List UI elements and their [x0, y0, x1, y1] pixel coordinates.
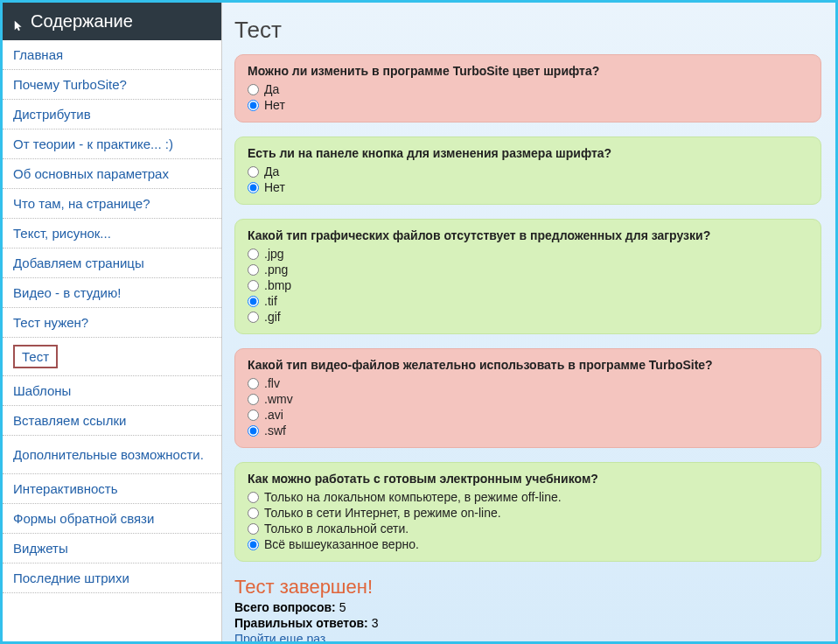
result-block: Тест завершен! Всего вопросов: 5 Правиль…: [234, 576, 821, 641]
sidebar-title: Содержание: [31, 11, 133, 32]
option-radio[interactable]: [248, 492, 259, 503]
sidebar-header: Содержание: [3, 3, 221, 40]
option-4-2[interactable]: Только в локальной сети.: [248, 521, 808, 536]
option-1-1[interactable]: Нет: [248, 179, 808, 195]
option-radio[interactable]: [248, 508, 259, 519]
option-label: .bmp: [264, 278, 291, 292]
sidebar-item-16[interactable]: Виджеты: [3, 534, 221, 564]
option-radio[interactable]: [248, 410, 259, 421]
option-radio[interactable]: [248, 280, 259, 291]
option-0-0[interactable]: Да: [248, 81, 808, 97]
sidebar-item-2[interactable]: Дистрибутив: [3, 100, 221, 130]
question-text: Какой тип видео-файлов желательно исполь…: [248, 358, 808, 372]
option-label: .gif: [264, 310, 281, 324]
option-radio[interactable]: [248, 296, 259, 307]
option-radio[interactable]: [248, 166, 259, 178]
sidebar-item-8[interactable]: Видео - в студию!: [3, 278, 221, 308]
option-radio[interactable]: [248, 523, 259, 535]
option-label: .wmv: [264, 392, 293, 406]
sidebar-item-12[interactable]: Вставляем ссылки: [3, 406, 221, 436]
sidebar-item-9[interactable]: Тест нужен?: [3, 308, 221, 338]
option-radio[interactable]: [248, 100, 259, 111]
option-2-3[interactable]: .tif: [248, 293, 808, 309]
sidebar-item-3[interactable]: От теории - к практике... :): [3, 130, 221, 159]
questions-container: Можно ли изменить в программе TurboSite …: [234, 54, 821, 562]
option-radio[interactable]: [248, 378, 259, 389]
option-radio[interactable]: [248, 394, 259, 405]
option-label: .avi: [264, 408, 283, 422]
option-label: .swf: [264, 424, 286, 438]
page-title: Тест: [234, 17, 821, 44]
option-radio[interactable]: [248, 425, 259, 437]
question-text: Есть ли на панеле кнопка для изменения р…: [248, 146, 808, 160]
retry-link[interactable]: Пройти еще раз: [234, 632, 325, 641]
option-3-2[interactable]: .avi: [248, 407, 808, 423]
question-card-1: Есть ли на панеле кнопка для изменения р…: [234, 136, 821, 205]
option-label: Нет: [264, 98, 285, 112]
sidebar-item-label: Тест: [13, 345, 58, 368]
option-radio[interactable]: [248, 248, 259, 260]
sidebar-list: ГлавнаяПочему TurboSite?ДистрибутивОт те…: [3, 40, 221, 593]
option-radio[interactable]: [248, 182, 259, 193]
option-4-0[interactable]: Только на локальном компьютере, в режиме…: [248, 489, 808, 505]
sidebar-item-0[interactable]: Главная: [3, 40, 221, 70]
sidebar-item-5[interactable]: Что там, на странице?: [3, 189, 221, 219]
option-3-0[interactable]: .flv: [248, 375, 808, 391]
option-2-1[interactable]: .png: [248, 262, 808, 277]
option-label: Да: [264, 164, 279, 178]
option-2-0[interactable]: .jpg: [248, 246, 808, 262]
option-label: .jpg: [264, 247, 284, 261]
option-3-1[interactable]: .wmv: [248, 391, 808, 407]
option-label: Нет: [264, 180, 285, 194]
question-card-2: Какой тип графических файлов отсутствует…: [234, 219, 821, 334]
option-2-2[interactable]: .bmp: [248, 277, 808, 293]
question-text: Какой тип графических файлов отсутствует…: [248, 228, 808, 242]
option-radio[interactable]: [248, 84, 259, 95]
sidebar-item-4[interactable]: Об основных параметрах: [3, 159, 221, 189]
option-radio[interactable]: [248, 264, 259, 276]
option-label: Только на локальном компьютере, в режиме…: [264, 490, 562, 504]
sidebar: Содержание ГлавнаяПочему TurboSite?Дистр…: [3, 3, 222, 641]
question-text: Как можно работать с готовым электронным…: [248, 472, 808, 486]
cursor-icon: [13, 16, 25, 28]
option-1-0[interactable]: Да: [248, 164, 808, 179]
sidebar-item-6[interactable]: Текст, рисунок...: [3, 219, 221, 248]
option-label: .tif: [264, 294, 277, 308]
result-correct: Правильных ответов: 3: [234, 616, 821, 630]
sidebar-item-11[interactable]: Шаблоны: [3, 376, 221, 406]
question-text: Можно ли изменить в программе TurboSite …: [248, 64, 808, 78]
option-4-3[interactable]: Всё вышеуказанное верно.: [248, 536, 808, 552]
option-0-1[interactable]: Нет: [248, 97, 808, 113]
option-radio[interactable]: [248, 539, 259, 550]
result-total: Всего вопросов: 5: [234, 600, 821, 614]
option-4-1[interactable]: Только в сети Интернет, в режиме on-line…: [248, 505, 808, 521]
option-label: Всё вышеуказанное верно.: [264, 537, 419, 551]
sidebar-item-14[interactable]: Интерактивность: [3, 474, 221, 504]
question-card-4: Как можно работать с готовым электронным…: [234, 462, 821, 562]
sidebar-item-13[interactable]: Дополнительные возможности.: [3, 436, 221, 474]
option-3-3[interactable]: .swf: [248, 423, 808, 438]
result-title: Тест завершен!: [234, 576, 821, 598]
option-label: .png: [264, 262, 288, 276]
app-frame: Содержание ГлавнаяПочему TurboSite?Дистр…: [0, 0, 838, 644]
sidebar-item-10[interactable]: Тест: [3, 338, 221, 376]
option-label: Только в локальной сети.: [264, 522, 409, 536]
main-content: Тест Можно ли изменить в программе Turbo…: [222, 3, 835, 641]
sidebar-item-1[interactable]: Почему TurboSite?: [3, 70, 221, 100]
question-card-0: Можно ли изменить в программе TurboSite …: [234, 54, 821, 122]
option-2-4[interactable]: .gif: [248, 309, 808, 325]
question-card-3: Какой тип видео-файлов желательно исполь…: [234, 348, 821, 448]
sidebar-item-15[interactable]: Формы обратной связи: [3, 504, 221, 534]
option-label: .flv: [264, 376, 280, 390]
option-radio[interactable]: [248, 312, 259, 323]
option-label: Да: [264, 82, 279, 96]
option-label: Только в сети Интернет, в режиме on-line…: [264, 506, 501, 520]
sidebar-item-17[interactable]: Последние штрихи: [3, 564, 221, 593]
sidebar-item-7[interactable]: Добавляем страницы: [3, 248, 221, 278]
